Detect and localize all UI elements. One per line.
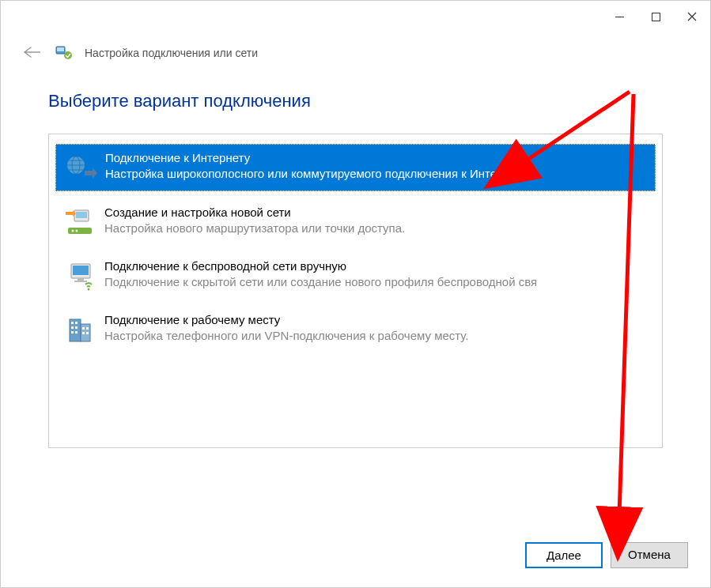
window-title: Настройка подключения или сети	[85, 47, 258, 59]
close-button[interactable]	[674, 4, 710, 29]
option-desc: Подключение к скрытой сети или создание …	[104, 274, 537, 290]
page-heading: Выберите вариант подключения	[48, 91, 663, 111]
svg-point-11	[76, 230, 78, 232]
back-arrow-icon[interactable]	[20, 44, 43, 62]
svg-rect-22	[75, 326, 78, 329]
option-title: Подключение к беспроводной сети вручную	[104, 259, 537, 273]
svg-point-10	[72, 230, 74, 232]
option-title: Подключение к Интернету	[105, 151, 530, 164]
next-button[interactable]: Далее	[525, 542, 603, 568]
options-list: Подключение к Интернету Настройка широко…	[48, 134, 663, 448]
svg-rect-19	[71, 322, 74, 324]
option-workplace[interactable]: Подключение к рабочему месту Настройка т…	[55, 307, 656, 352]
option-desc: Настройка нового маршрутизатора или точк…	[104, 220, 405, 236]
svg-rect-20	[75, 322, 78, 324]
option-desc: Настройка телефонного или VPN-подключени…	[104, 328, 469, 344]
svg-rect-25	[82, 327, 85, 330]
monitor-wireless-icon	[63, 259, 96, 292]
svg-rect-27	[82, 332, 85, 334]
svg-rect-15	[74, 281, 87, 282]
svg-point-16	[88, 288, 90, 291]
option-wireless-manual[interactable]: Подключение к беспроводной сети вручную …	[55, 253, 656, 299]
building-icon	[63, 313, 96, 346]
option-desc: Настройка широкополосного или коммутируе…	[105, 166, 530, 182]
router-setup-icon	[63, 205, 96, 239]
minimize-button[interactable]	[601, 4, 637, 29]
svg-rect-13	[73, 266, 89, 275]
svg-point-4	[64, 51, 72, 59]
option-title: Создание и настройка новой сети	[104, 205, 405, 219]
svg-rect-28	[86, 332, 89, 334]
svg-rect-18	[81, 324, 90, 341]
svg-rect-23	[71, 331, 74, 334]
svg-rect-24	[75, 331, 78, 334]
svg-rect-14	[78, 278, 84, 281]
maximize-button[interactable]	[637, 4, 674, 29]
svg-rect-26	[86, 327, 89, 330]
svg-rect-1	[652, 13, 660, 21]
footer-buttons: Далее Отмена	[525, 542, 688, 568]
svg-rect-21	[71, 326, 74, 329]
content-area: Выберите вариант подключения Подключение…	[1, 77, 710, 448]
option-new-network[interactable]: Создание и настройка новой сети Настройк…	[55, 199, 656, 245]
svg-rect-3	[57, 47, 64, 51]
header: Настройка подключения или сети	[1, 32, 710, 77]
option-internet-connection[interactable]: Подключение к Интернету Настройка широко…	[55, 144, 656, 191]
globe-arrow-icon	[64, 151, 97, 184]
svg-rect-0	[615, 17, 624, 17]
network-setup-icon	[55, 43, 74, 62]
svg-rect-8	[76, 212, 87, 218]
cancel-button[interactable]: Отмена	[611, 542, 688, 568]
titlebar	[1, 1, 710, 32]
option-title: Подключение к рабочему месту	[104, 313, 469, 326]
